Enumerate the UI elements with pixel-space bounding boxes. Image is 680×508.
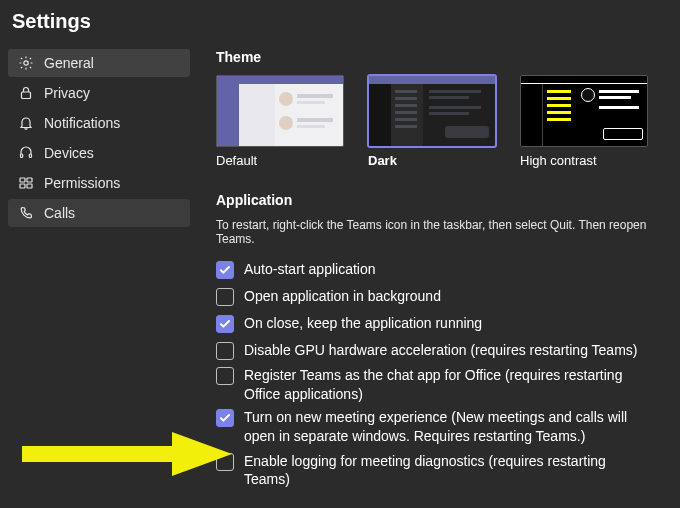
sidebar-item-calls[interactable]: Calls	[8, 199, 190, 227]
checkbox-icon	[216, 409, 234, 427]
sidebar-item-general[interactable]: General	[8, 49, 190, 77]
settings-dialog: Settings General Privacy	[0, 0, 680, 508]
application-section-label: Application	[216, 192, 676, 208]
theme-section-label: Theme	[216, 49, 676, 65]
checkbox-label: Auto-start application	[244, 260, 376, 279]
sidebar-item-devices[interactable]: Devices	[8, 139, 190, 167]
theme-label: High contrast	[520, 153, 648, 168]
settings-main: Theme Default	[198, 39, 680, 508]
sidebar-item-label: Calls	[44, 205, 75, 221]
checkbox-label: Open application in background	[244, 287, 441, 306]
application-help-text: To restart, right-click the Teams icon i…	[216, 218, 676, 246]
svg-rect-7	[27, 184, 32, 188]
theme-label: Default	[216, 153, 344, 168]
checkbox-icon	[216, 342, 234, 360]
checkbox-new-meeting-experience[interactable]: Turn on new meeting experience (New meet…	[216, 406, 676, 448]
checkbox-register-chat-app[interactable]: Register Teams as the chat app for Offic…	[216, 364, 676, 406]
checkbox-label: Disable GPU hardware acceleration (requi…	[244, 341, 637, 360]
checkbox-open-in-background[interactable]: Open application in background	[216, 283, 676, 310]
sidebar-item-label: Devices	[44, 145, 94, 161]
phone-icon	[18, 205, 34, 221]
checkbox-on-close-keep-running[interactable]: On close, keep the application running	[216, 310, 676, 337]
checkbox-icon	[216, 367, 234, 385]
headset-icon	[18, 145, 34, 161]
sidebar-item-label: General	[44, 55, 94, 71]
svg-rect-5	[27, 178, 32, 182]
checkbox-enable-logging[interactable]: Enable logging for meeting diagnostics (…	[216, 448, 676, 494]
lock-icon	[18, 85, 34, 101]
theme-options: Default	[216, 75, 676, 168]
sidebar-item-label: Notifications	[44, 115, 120, 131]
theme-option-high-contrast[interactable]: High contrast	[520, 75, 648, 168]
checkbox-label: Register Teams as the chat app for Offic…	[244, 366, 654, 404]
checkbox-label: Turn on new meeting experience (New meet…	[244, 408, 654, 446]
titlebar: Settings	[0, 0, 680, 39]
checkbox-icon	[216, 315, 234, 333]
theme-thumbnail-high-contrast	[520, 75, 648, 147]
checkbox-label: On close, keep the application running	[244, 314, 482, 333]
permissions-icon	[18, 175, 34, 191]
svg-rect-3	[29, 154, 31, 158]
theme-option-default[interactable]: Default	[216, 75, 344, 168]
svg-rect-2	[21, 154, 23, 158]
page-title: Settings	[12, 10, 668, 33]
gear-icon	[18, 55, 34, 71]
theme-thumbnail-default	[216, 75, 344, 147]
theme-option-dark[interactable]: Dark	[368, 75, 496, 168]
svg-rect-6	[20, 184, 25, 188]
svg-rect-1	[22, 92, 31, 99]
theme-label: Dark	[368, 153, 496, 168]
sidebar-item-label: Privacy	[44, 85, 90, 101]
bell-icon	[18, 115, 34, 131]
svg-point-0	[24, 61, 28, 65]
svg-rect-4	[20, 178, 25, 182]
theme-thumbnail-dark	[368, 75, 496, 147]
sidebar-item-privacy[interactable]: Privacy	[8, 79, 190, 107]
checkbox-icon	[216, 453, 234, 471]
checkbox-disable-gpu[interactable]: Disable GPU hardware acceleration (requi…	[216, 337, 676, 364]
sidebar-item-permissions[interactable]: Permissions	[8, 169, 190, 197]
checkbox-auto-start[interactable]: Auto-start application	[216, 256, 676, 283]
checkbox-label: Enable logging for meeting diagnostics (…	[244, 452, 654, 490]
settings-sidebar: General Privacy Notifications	[0, 39, 198, 508]
checkbox-icon	[216, 261, 234, 279]
sidebar-item-notifications[interactable]: Notifications	[8, 109, 190, 137]
sidebar-item-label: Permissions	[44, 175, 120, 191]
checkbox-icon	[216, 288, 234, 306]
